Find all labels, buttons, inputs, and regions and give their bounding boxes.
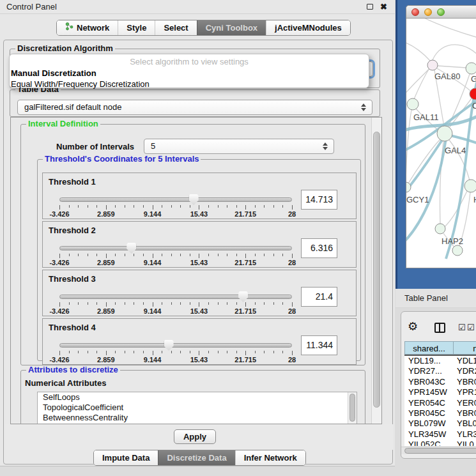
tick-mark <box>88 351 88 353</box>
horizontal-scrollbar[interactable] <box>401 447 476 454</box>
table-row[interactable]: YPR145WYPR1 <box>404 387 476 397</box>
tab-style[interactable]: Style <box>118 20 155 35</box>
threshold-value-field[interactable]: 14.713 <box>301 190 337 210</box>
dropdown-option-manual-discretization[interactable]: Manual Discretization <box>10 68 369 78</box>
list-item-selfloops[interactable]: SelfLoops <box>38 392 357 403</box>
minimize-traffic-light-icon[interactable] <box>424 8 432 16</box>
slider-track[interactable] <box>59 246 292 250</box>
network-edge-highlighted <box>406 136 445 195</box>
slider-thumb[interactable] <box>238 291 248 302</box>
cell-name[interactable]: YBL0 <box>453 418 476 429</box>
table-row[interactable]: YER054CYER0 <box>404 398 476 408</box>
threshold-value-field[interactable]: 21.4 <box>301 287 337 307</box>
threshold-value-field[interactable]: 6.316 <box>301 238 337 258</box>
cell-name[interactable]: YIL0 <box>453 440 474 446</box>
cell-shared-name[interactable]: YBL079W <box>404 418 453 429</box>
cell-name[interactable]: YPR1 <box>453 387 476 397</box>
network-node[interactable] <box>452 245 463 256</box>
table-data-group: Table Data galFiltered.sif default node <box>10 89 380 117</box>
tab-discretize-data[interactable]: Discretize Data <box>158 450 234 465</box>
cell-name[interactable]: YER0 <box>453 398 476 408</box>
tick-mark <box>199 302 199 307</box>
slider-thumb[interactable] <box>127 243 136 254</box>
threshold-value-field[interactable]: 11.344 <box>301 335 337 355</box>
slider-track[interactable] <box>59 197 292 202</box>
zoom-traffic-light-icon[interactable] <box>437 8 445 16</box>
slider-track[interactable] <box>59 343 292 348</box>
threshold-slider[interactable]: -3.4262.8599.14415.4321.71528 <box>59 270 292 317</box>
network-window-titlebar[interactable] <box>406 6 476 19</box>
network-node[interactable] <box>437 126 452 141</box>
vertical-scrollbar[interactable] <box>371 118 381 424</box>
network-node[interactable] <box>427 60 438 70</box>
network-node[interactable] <box>464 180 476 192</box>
threshold-slider[interactable]: -3.4262.8599.14415.4321.71528 <box>59 173 292 220</box>
table-row[interactable]: YLR345WYLR3 <box>404 429 476 440</box>
list-item-topologicalcoefficient[interactable]: TopologicalCoefficient <box>38 403 357 413</box>
table-header-row: shared...na <box>404 341 476 356</box>
cell-shared-name[interactable]: YPR145W <box>404 387 453 397</box>
cell-name[interactable]: YLR3 <box>453 429 476 440</box>
node-label-gal11: GAL11 <box>413 112 439 122</box>
threshold-slider[interactable]: -3.4262.8599.14415.4321.71528 <box>59 319 292 365</box>
apply-button[interactable]: Apply <box>174 429 216 444</box>
checkbox-checked-icon[interactable]: ☑ <box>467 323 475 332</box>
panel-title: Control Panel <box>6 0 57 14</box>
scrollbar-thumb[interactable] <box>373 132 380 408</box>
tick-mark <box>208 351 209 353</box>
column-header-na[interactable]: na <box>453 341 476 355</box>
cell-name[interactable]: YDR2 <box>453 366 476 376</box>
table-row[interactable]: YBL079WYBL0 <box>404 418 476 429</box>
scrollbar-thumb[interactable] <box>404 448 476 454</box>
close-icon[interactable]: ✖ <box>380 1 387 13</box>
close-traffic-light-icon[interactable] <box>411 8 419 16</box>
cell-shared-name[interactable]: YER054C <box>404 398 453 408</box>
slider-track[interactable] <box>59 295 292 299</box>
slider-thumb[interactable] <box>189 194 199 205</box>
tab-impute-data[interactable]: Impute Data <box>94 450 158 465</box>
cell-shared-name[interactable]: YLR345W <box>404 429 453 440</box>
column-header-shared-[interactable]: shared... <box>404 341 453 355</box>
table-row[interactable]: YBR045CYBR0 <box>404 408 476 418</box>
cell-name[interactable]: YBR0 <box>453 408 476 418</box>
split-columns-icon[interactable] <box>434 323 445 333</box>
cell-shared-name[interactable]: YIL052C <box>404 440 453 446</box>
tab-infer-network[interactable]: Infer Network <box>235 450 305 465</box>
dropdown-prompt: Select algorithm to view settings <box>10 57 369 66</box>
tab-select[interactable]: Select <box>155 20 196 35</box>
cell-shared-name[interactable]: YBR043C <box>404 377 453 387</box>
network-graph[interactable]: GAL80GACGAL11GAL4GCY1HHAP2 <box>406 19 476 268</box>
tick-label: 2.859 <box>97 356 115 364</box>
tab-cyni-toolbox[interactable]: Cyni Toolbox <box>197 20 266 35</box>
gear-icon[interactable]: ⚙ <box>408 320 418 333</box>
scrollbar-thumb[interactable] <box>349 394 355 422</box>
list-item-betweennesscentrality[interactable]: BetweennessCentrality <box>38 413 357 423</box>
network-node[interactable] <box>407 98 418 110</box>
number-of-intervals-combobox[interactable]: 5 <box>144 139 334 154</box>
node-label-c: C <box>472 101 476 111</box>
cell-name[interactable]: YBR0 <box>453 377 476 387</box>
table-row[interactable]: YIL052CYIL0 <box>404 440 476 446</box>
network-edge <box>419 19 476 39</box>
cell-shared-name[interactable]: YDR27... <box>404 366 453 376</box>
network-node[interactable] <box>470 88 476 100</box>
cell-shared-name[interactable]: YBR045C <box>404 408 453 418</box>
tab-label: Impute Data <box>102 450 150 465</box>
float-window-icon[interactable] <box>367 4 373 10</box>
table-row[interactable]: YDR27...YDR2 <box>404 366 476 376</box>
cell-shared-name[interactable]: YDL19... <box>404 356 453 366</box>
tick-mark <box>59 254 60 258</box>
network-node[interactable] <box>435 224 445 234</box>
tab-network[interactable]: Network <box>57 20 118 35</box>
slider-thumb[interactable] <box>164 340 174 351</box>
checkbox-checked-icon[interactable]: ☑ <box>458 323 466 332</box>
threshold-slider[interactable]: -3.4262.8599.14415.4321.71528 <box>59 222 292 268</box>
dropdown-option-equal-width-frequency[interactable]: Equal Width/Frequency Discretization <box>10 79 369 89</box>
table-row[interactable]: YDL19...YDL1 <box>404 356 476 366</box>
table-row[interactable]: YBR043CYBR0 <box>404 377 476 387</box>
table-data-combobox[interactable]: galFiltered.sif default node <box>17 100 372 115</box>
cell-name[interactable]: YDL1 <box>453 356 476 366</box>
list-scrollbar[interactable] <box>348 392 357 424</box>
network-node[interactable] <box>466 63 476 74</box>
tab-jactivemnodules[interactable]: jActiveMNodules <box>266 20 350 35</box>
